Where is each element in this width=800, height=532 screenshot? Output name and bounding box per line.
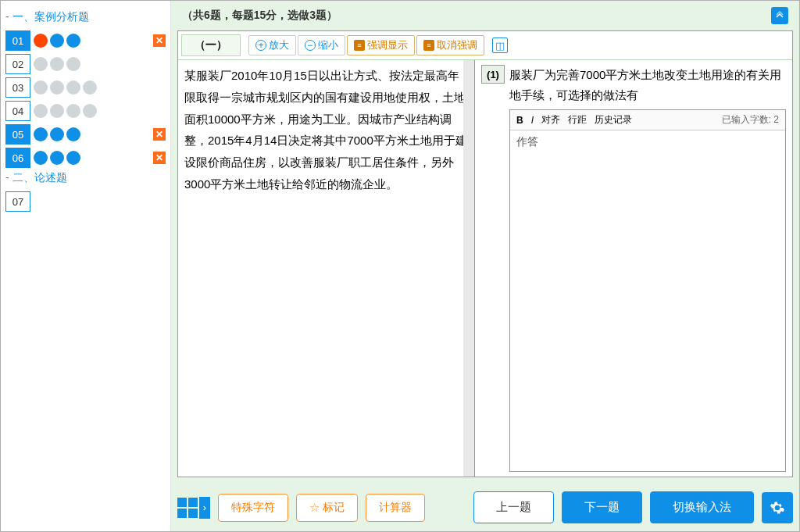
editor-textarea[interactable]: 作答 <box>510 130 785 471</box>
calculator-button[interactable]: 计算器 <box>366 494 425 522</box>
dot-icon <box>50 151 64 165</box>
sub-question-content: 服装厂为完善7000平方米土地改变土地用途的有关用地手续，可选择的做法有 B I… <box>509 65 786 472</box>
info-bar: （共6题，每题15分，选做3题） <box>171 1 799 30</box>
remove-icon[interactable]: ✕ <box>153 152 166 164</box>
question-row-04[interactable]: 04 <box>5 101 166 121</box>
qnum-01[interactable]: 01 <box>5 30 30 51</box>
sub-question-number[interactable]: (1) <box>481 65 505 84</box>
switch-ime-button[interactable]: 切换输入法 <box>650 491 754 523</box>
remove-icon[interactable]: ✕ <box>153 128 166 141</box>
remove-icon[interactable]: ✕ <box>153 34 166 47</box>
unhighlight-button[interactable]: ≡取消强调 <box>416 35 484 55</box>
chevron-right-icon: › <box>199 497 210 519</box>
qnum-05[interactable]: 05 <box>5 124 30 145</box>
bottom-toolbar: › 特殊字符 ☆标记 计算器 上一题 下一题 切换输入法 <box>171 484 799 531</box>
qnum-04[interactable]: 04 <box>5 101 30 121</box>
highlight-button[interactable]: ≡强调显示 <box>347 35 415 55</box>
dot-icon <box>50 57 64 71</box>
dot-icon <box>50 80 64 95</box>
dot-icon <box>34 80 48 95</box>
gear-icon <box>770 500 785 516</box>
char-count: 已输入字数: 2 <box>722 113 779 127</box>
question-row-07[interactable]: 07 <box>5 191 166 212</box>
line-spacing-button[interactable]: 行距 <box>568 113 587 127</box>
dot-icon <box>66 151 80 165</box>
editor-toolbar: B I 对齐 行距 历史记录 已输入字数: 2 <box>510 110 785 130</box>
zoom-out-button[interactable]: −缩小 <box>298 35 345 55</box>
qnum-02[interactable]: 02 <box>5 54 30 74</box>
sub-question-text: 服装厂为完善7000平方米土地改变土地用途的有关用地手续，可选择的做法有 <box>509 65 786 105</box>
dot-icon <box>34 34 48 48</box>
italic-button[interactable]: I <box>531 115 534 126</box>
dot-icon <box>66 34 80 48</box>
question-row-03[interactable]: 03 <box>5 77 166 98</box>
info-text: （共6题，每题15分，选做3题） <box>182 9 338 21</box>
dot-icon <box>83 104 97 118</box>
collapse-up-icon[interactable] <box>771 7 788 24</box>
dot-icon <box>50 104 64 118</box>
progress-dots <box>34 151 150 165</box>
bold-button[interactable]: B <box>516 115 523 126</box>
unhighlight-icon: ≡ <box>423 40 434 51</box>
special-chars-button[interactable]: 特殊字符 <box>218 494 288 522</box>
question-row-02[interactable]: 02 <box>5 54 166 74</box>
question-number-label: （一） <box>181 34 241 56</box>
progress-dots <box>34 127 150 141</box>
dot-icon <box>66 57 80 71</box>
question-toolbar: （一） +放大 −缩小 ≡强调显示 ≡取消强调 ◫ <box>178 31 792 60</box>
section-1-header: 一、案例分析题 <box>5 10 166 24</box>
layout-split-icon[interactable]: ◫ <box>492 37 508 53</box>
progress-dots <box>34 57 166 71</box>
highlight-icon: ≡ <box>354 40 365 51</box>
minus-icon: − <box>305 40 316 51</box>
dot-icon <box>66 104 80 118</box>
dot-icon <box>83 80 97 95</box>
dot-icon <box>66 127 80 141</box>
progress-dots <box>34 104 166 118</box>
question-row-06[interactable]: 06 ✕ <box>5 148 166 168</box>
question-row-05[interactable]: 05 ✕ <box>5 124 166 145</box>
scrollbar-thumb[interactable] <box>465 62 473 85</box>
zoom-in-button[interactable]: +放大 <box>248 35 296 55</box>
history-button[interactable]: 历史记录 <box>595 113 632 127</box>
answer-editor: B I 对齐 行距 历史记录 已输入字数: 2 作答 <box>509 109 786 472</box>
content-panel: （一） +放大 −缩小 ≡强调显示 ≡取消强调 ◫ 某服装厂2010年10月15… <box>177 30 793 477</box>
bookmark-button[interactable]: ☆标记 <box>296 494 358 522</box>
qnum-03[interactable]: 03 <box>5 77 30 98</box>
grid-view-button[interactable]: › <box>177 497 210 519</box>
question-nav-sidebar: 一、案例分析题 01 ✕ 02 03 <box>1 1 171 531</box>
plus-icon: + <box>255 40 266 51</box>
prev-question-button[interactable]: 上一题 <box>473 491 554 523</box>
split-panes: 某服装厂2010年10月15日以出让方式、按法定最高年限取得一宗城市规划区内的国… <box>178 60 792 477</box>
qnum-07[interactable]: 07 <box>5 191 30 212</box>
question-row-01[interactable]: 01 ✕ <box>5 30 166 51</box>
dot-icon <box>50 127 64 141</box>
progress-dots <box>34 34 150 48</box>
dot-icon <box>50 34 64 48</box>
section-2-header: 二、论述题 <box>5 171 166 185</box>
dot-icon <box>34 57 48 71</box>
main-area: （共6题，每题15分，选做3题） （一） +放大 −缩小 ≡强调显示 ≡取消强调… <box>171 1 799 531</box>
grid-icon <box>177 498 198 518</box>
answer-pane: (1) 服装厂为完善7000平方米土地改变土地用途的有关用地手续，可选择的做法有… <box>475 60 792 477</box>
passage-text: 某服装厂2010年10月15日以出让方式、按法定最高年限取得一宗城市规划区内的国… <box>184 69 467 191</box>
settings-button[interactable] <box>762 492 793 523</box>
star-icon: ☆ <box>309 501 320 515</box>
progress-dots <box>34 80 166 95</box>
qnum-06[interactable]: 06 <box>5 148 30 168</box>
dot-icon <box>34 127 48 141</box>
passage-pane[interactable]: 某服装厂2010年10月15日以出让方式、按法定最高年限取得一宗城市规划区内的国… <box>178 60 475 477</box>
next-question-button[interactable]: 下一题 <box>562 491 642 523</box>
dot-icon <box>34 151 48 165</box>
dot-icon <box>66 80 80 95</box>
dot-icon <box>34 104 48 118</box>
align-button[interactable]: 对齐 <box>541 113 560 127</box>
